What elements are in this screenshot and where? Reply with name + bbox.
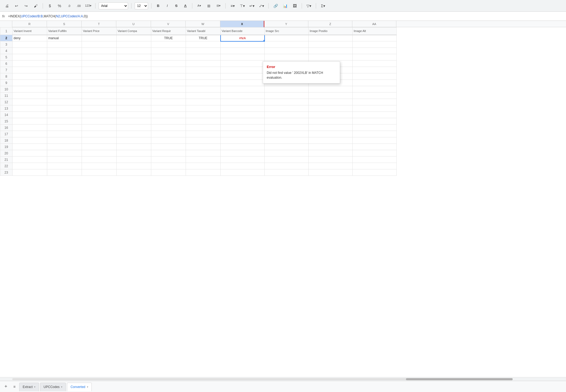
currency-button[interactable]: $: [46, 2, 54, 10]
cell-t9[interactable]: [82, 80, 117, 86]
cell-z19[interactable]: [309, 144, 353, 150]
cell-r17[interactable]: [13, 131, 47, 137]
cell-s23[interactable]: [47, 169, 82, 176]
cell-t7[interactable]: [82, 67, 117, 73]
cell-z18[interactable]: [309, 137, 353, 144]
cell-z14[interactable]: [309, 112, 353, 118]
cell-x22[interactable]: [221, 163, 265, 169]
underline-button[interactable]: A: [182, 2, 189, 9]
cell-aa18[interactable]: [353, 137, 397, 144]
cell-r8[interactable]: [13, 73, 47, 80]
cell-x2[interactable]: #N/A: [221, 35, 265, 41]
cell-t3[interactable]: [82, 41, 117, 48]
cell-z20[interactable]: [309, 150, 353, 157]
cell-w18[interactable]: [186, 137, 221, 144]
cell-w2[interactable]: TRUE: [186, 35, 221, 41]
decimal-decrease-button[interactable]: .0: [65, 2, 73, 10]
cell-x15[interactable]: [221, 118, 265, 125]
cell-z2[interactable]: [309, 35, 353, 41]
cell-v21[interactable]: [151, 157, 186, 163]
cell-v17[interactable]: [151, 131, 186, 137]
cell-u7[interactable]: [117, 67, 151, 73]
cell-y16[interactable]: [265, 125, 309, 131]
cell-x8[interactable]: [221, 73, 265, 80]
col-header-r[interactable]: R: [12, 21, 47, 27]
cell-w11[interactable]: [186, 93, 221, 99]
cell-y11[interactable]: [265, 93, 309, 99]
cell-s4[interactable]: [47, 48, 82, 54]
cell-r20[interactable]: [13, 150, 47, 157]
cell-v13[interactable]: [151, 105, 186, 112]
add-sheet-button[interactable]: +: [2, 383, 10, 390]
cell-u21[interactable]: [117, 157, 151, 163]
borders-button[interactable]: ⊞: [205, 2, 213, 10]
cell-z16[interactable]: [309, 125, 353, 131]
cell-x21[interactable]: [221, 157, 265, 163]
cell-y3[interactable]: [265, 41, 309, 48]
cell-t23[interactable]: [82, 169, 117, 176]
cell-aa4[interactable]: [353, 48, 397, 54]
cell-s2[interactable]: manual: [47, 35, 82, 41]
cell-s18[interactable]: [47, 137, 82, 144]
cell-x19[interactable]: [221, 144, 265, 150]
cell-u20[interactable]: [117, 150, 151, 157]
text-wrap-button[interactable]: ↵▾: [248, 2, 256, 10]
cell-v23[interactable]: [151, 169, 186, 176]
sheet-tab-extract[interactable]: Extract ▾: [19, 383, 39, 391]
cell-u6[interactable]: [117, 61, 151, 67]
cell-w20[interactable]: [186, 150, 221, 157]
cell-aa22[interactable]: [353, 163, 397, 169]
col-header-y[interactable]: Y: [264, 21, 308, 27]
sheet-list-button[interactable]: ≡: [11, 383, 18, 390]
cell-s10[interactable]: [47, 86, 82, 93]
cell-v20[interactable]: [151, 150, 186, 157]
cell-r16[interactable]: [13, 125, 47, 131]
cell-t8[interactable]: [82, 73, 117, 80]
cell-r4[interactable]: [13, 48, 47, 54]
link-button[interactable]: 🔗: [272, 2, 279, 10]
cell-u14[interactable]: [117, 112, 151, 118]
cell-w19[interactable]: [186, 144, 221, 150]
cell-y23[interactable]: [265, 169, 309, 176]
cell-aa11[interactable]: [353, 93, 397, 99]
cell-z4[interactable]: [309, 48, 353, 54]
cell-u22[interactable]: [117, 163, 151, 169]
cell-y5[interactable]: [265, 54, 309, 61]
cell-z10[interactable]: [309, 86, 353, 93]
col-header-z[interactable]: Z: [308, 21, 352, 27]
cell-s15[interactable]: [47, 118, 82, 125]
font-family-select[interactable]: Arial: [99, 2, 128, 9]
cell-aa8[interactable]: [353, 73, 397, 80]
image-button[interactable]: 🖼: [291, 2, 298, 10]
cell-v8[interactable]: [151, 73, 186, 80]
cell-r18[interactable]: [13, 137, 47, 144]
cell-x9[interactable]: [221, 80, 265, 86]
cell-u13[interactable]: [117, 105, 151, 112]
cell-u16[interactable]: [117, 125, 151, 131]
cell-r14[interactable]: [13, 112, 47, 118]
cell-t2[interactable]: [82, 35, 117, 41]
cell-y19[interactable]: [265, 144, 309, 150]
cell-t17[interactable]: [82, 131, 117, 137]
cell-u5[interactable]: [117, 54, 151, 61]
sheet-tab-converted[interactable]: Converted ▾: [67, 383, 91, 391]
cell-v18[interactable]: [151, 137, 186, 144]
cell-u2[interactable]: [117, 35, 151, 41]
cell-x10[interactable]: [221, 86, 265, 93]
sheet-tab-upccodes[interactable]: UPCCodes ▾: [40, 383, 66, 391]
bold-button[interactable]: B: [155, 2, 162, 9]
cell-y22[interactable]: [265, 163, 309, 169]
cell-r19[interactable]: [13, 144, 47, 150]
cell-x11[interactable]: [221, 93, 265, 99]
cell-z17[interactable]: [309, 131, 353, 137]
cell-v4[interactable]: [151, 48, 186, 54]
cell-x3[interactable]: [221, 41, 265, 48]
cell-t18[interactable]: [82, 137, 117, 144]
cell-t12[interactable]: [82, 99, 117, 105]
cell-s3[interactable]: [47, 41, 82, 48]
cell-aa23[interactable]: [353, 169, 397, 176]
strikethrough-button[interactable]: S: [173, 2, 180, 9]
chart-button[interactable]: 📊: [281, 2, 289, 10]
cell-s17[interactable]: [47, 131, 82, 137]
cell-y18[interactable]: [265, 137, 309, 144]
